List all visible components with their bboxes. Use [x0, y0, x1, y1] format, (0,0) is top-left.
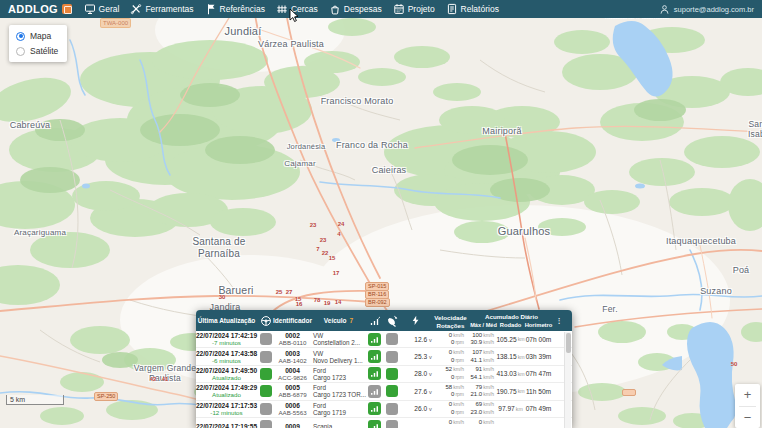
- km-marker: 22: [322, 250, 329, 256]
- col-gps-icon[interactable]: [383, 310, 400, 331]
- row-speed: 0: [449, 349, 452, 355]
- signal-indicator: [368, 420, 381, 428]
- table-scrollbar[interactable]: [564, 332, 571, 428]
- row-max-speed: 91: [475, 366, 482, 372]
- col-power-icon[interactable]: [400, 310, 431, 331]
- row-hours: 07h 00m: [526, 336, 552, 343]
- menu-item-flag[interactable]: Referências: [199, 0, 270, 18]
- col-identifier[interactable]: Identificador: [274, 310, 311, 331]
- table-row[interactable]: 22/07/2024 17:43:58-6 minutos 0003AAB-14…: [196, 348, 572, 365]
- gps-indicator: [386, 403, 398, 415]
- col-hours[interactable]: Horímetro: [524, 322, 553, 328]
- km-marker: 23: [310, 222, 317, 228]
- row-model: Novo Delivery 1...: [313, 357, 363, 364]
- menu-item-monitor[interactable]: Geral: [78, 0, 125, 18]
- row-updated: 22/07/2024 17:49:29: [196, 384, 257, 391]
- main-menu: Geral Ferramentas Referências Cercas Des…: [78, 0, 659, 18]
- row-brand: VW: [313, 332, 323, 339]
- road-badge: SP-250: [94, 392, 118, 401]
- row-hours: 07h 47m: [526, 370, 552, 377]
- vehicle-table: Última Atualização Identificador Veículo…: [196, 310, 572, 428]
- row-avg-speed: 21.0: [470, 391, 482, 397]
- col-vehicle[interactable]: Veículo7: [311, 310, 366, 331]
- col-max-avg[interactable]: Máx / Méd: [470, 322, 497, 328]
- signal-indicator: [368, 402, 381, 415]
- col-last-update[interactable]: Última Atualização: [196, 310, 257, 331]
- menu-item-report[interactable]: Relatórios: [440, 0, 504, 18]
- table-row[interactable]: 22/07/2024 17:49:29Atualizado 0005ABB-68…: [196, 383, 572, 400]
- scrollbar-thumb[interactable]: [566, 333, 571, 353]
- ignition-column-icon[interactable]: [257, 310, 274, 331]
- app-logo[interactable]: ADDLOG: [0, 3, 72, 15]
- flag-icon: [205, 3, 217, 15]
- row-avg-speed: 23.0: [470, 409, 482, 415]
- col-speed[interactable]: Velocidade: [431, 314, 470, 321]
- map-label: Araçariguama: [14, 228, 66, 237]
- km-marker: 42: [150, 376, 157, 382]
- row-updated: 22/07/2024 17:42:19: [196, 332, 257, 339]
- row-rpm: 0: [451, 339, 454, 345]
- row-voltage: 27.6 v: [414, 388, 431, 395]
- km-marker: 7: [316, 246, 319, 252]
- menu-item-bag[interactable]: Despesas: [323, 0, 387, 18]
- row-voltage: 28.0 v: [414, 370, 431, 377]
- signal-indicator: [368, 350, 381, 363]
- table-row[interactable]: 22/07/2024 17:19:55 0009 Scania 0km/h 0k…: [196, 418, 572, 428]
- table-menu-dots[interactable]: ⋮: [553, 310, 565, 331]
- map-label: Jundiaí: [225, 25, 262, 38]
- menu-item-tools[interactable]: Ferramentas: [125, 0, 199, 18]
- zoom-out-button[interactable]: −: [735, 407, 760, 428]
- logo-icon: [62, 4, 72, 14]
- ignition-indicator: [260, 368, 272, 380]
- ignition-indicator: [260, 333, 272, 345]
- row-brand: VW: [313, 350, 323, 357]
- row-voltage: 12.6 v: [414, 336, 431, 343]
- map-label: Santana de Parnaíba: [192, 236, 245, 259]
- row-plate: AAB-1402: [278, 357, 306, 364]
- row-voltage: 25.3 v: [414, 353, 431, 360]
- vehicle-count: 7: [350, 317, 354, 324]
- zoom-in-button[interactable]: +: [735, 384, 760, 406]
- map-label: Mairiporã: [482, 126, 521, 136]
- row-code: 0002: [285, 332, 300, 339]
- row-plate: ABB-6879: [278, 391, 306, 398]
- map-radio[interactable]: [16, 32, 25, 41]
- satellite-radio[interactable]: [16, 47, 25, 56]
- gps-indicator: [386, 351, 398, 363]
- km-marker: 17: [333, 270, 340, 276]
- gps-indicator: [386, 333, 398, 345]
- row-speed: 52: [445, 366, 452, 372]
- row-max-speed: 69: [475, 401, 482, 407]
- row-updated: 22/07/2024 17:49:50: [196, 367, 257, 374]
- row-distance: 190.75: [496, 388, 516, 395]
- table-row[interactable]: 22/07/2024 17:42:19-7 minutos 0002ABB-01…: [196, 331, 572, 348]
- row-brand: Ford: [313, 402, 326, 409]
- km-marker: 16: [296, 301, 303, 307]
- row-code: 0003: [285, 350, 300, 357]
- table-row[interactable]: 22/07/2024 17:49:50Atualizado 0004ACC-98…: [196, 366, 572, 383]
- map-type-control: Mapa Satélite: [9, 25, 67, 62]
- row-rpm: 0: [451, 409, 454, 415]
- account-area[interactable]: suporte@addlog.com.br: [659, 4, 762, 15]
- km-marker: 41: [162, 376, 169, 382]
- table-row[interactable]: 22/07/2024 17:17:53-12 minutos 0006AAB-5…: [196, 401, 572, 418]
- row-max-speed: 107: [472, 349, 482, 355]
- bag-icon: [329, 3, 341, 15]
- row-code: 0009: [285, 423, 300, 428]
- row-hours: 11h 50m: [526, 388, 551, 395]
- map-type-satellite[interactable]: Satélite: [16, 46, 58, 56]
- signal-indicator: [368, 385, 381, 398]
- map-label: Franco da Rocha: [336, 140, 408, 150]
- gps-indicator: [386, 420, 398, 428]
- col-signal-icon[interactable]: [366, 310, 383, 331]
- row-distance: 413.03: [496, 370, 516, 377]
- mouse-cursor: [289, 9, 300, 27]
- row-speed: 0: [449, 332, 452, 338]
- km-marker: 14: [335, 299, 342, 305]
- menu-item-calendar[interactable]: Projeto: [387, 0, 440, 18]
- row-brand: Ford: [313, 367, 326, 374]
- col-distance[interactable]: Rodado: [497, 322, 524, 328]
- map-type-map[interactable]: Mapa: [16, 31, 58, 41]
- map-radio-label: Mapa: [30, 31, 51, 41]
- row-distance: 105.25: [496, 336, 516, 343]
